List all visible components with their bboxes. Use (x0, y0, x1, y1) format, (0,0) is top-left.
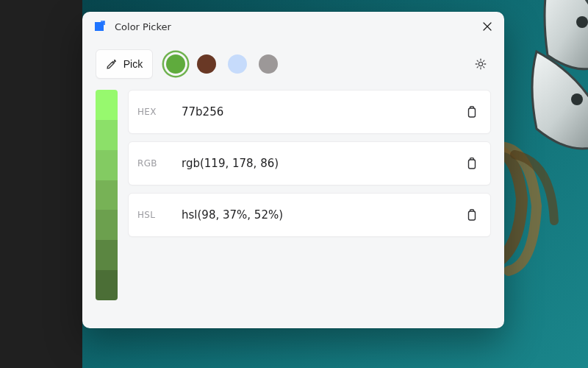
format-value: hsl(98, 37%, 52%) (182, 208, 461, 222)
copy-icon (465, 208, 477, 222)
shade-segment[interactable] (96, 240, 118, 270)
copy-button[interactable] (461, 102, 481, 122)
format-value: rgb(119, 178, 86) (182, 157, 461, 170)
svg-rect-4 (469, 108, 476, 117)
taskbar (0, 0, 82, 368)
format-label: RGB (137, 158, 182, 169)
copy-icon (465, 157, 477, 170)
titlebar[interactable]: Color Picker (82, 12, 504, 41)
history-swatch[interactable] (228, 54, 247, 74)
color-picker-window: Color Picker Pick (82, 12, 504, 328)
copy-button[interactable] (461, 205, 481, 225)
shade-segment[interactable] (96, 150, 118, 180)
history-swatch[interactable] (259, 54, 278, 74)
copy-icon (465, 105, 477, 118)
format-value: 77b256 (182, 105, 461, 118)
shade-segment[interactable] (96, 270, 118, 300)
format-row-hex: HEX 77b256 (128, 90, 491, 134)
format-label: HEX (137, 107, 182, 117)
gear-icon (474, 57, 487, 71)
color-history (166, 54, 278, 74)
color-formats: HEX 77b256 RGB rgb(119, 178, 86) HSL hsl… (128, 90, 491, 315)
command-row: Pick (82, 41, 504, 87)
shade-strip[interactable] (96, 90, 118, 300)
copy-button[interactable] (461, 153, 481, 174)
app-icon (93, 20, 106, 33)
window-title: Color Picker (115, 21, 171, 32)
close-icon (483, 22, 492, 31)
eyedropper-icon (106, 58, 118, 70)
svg-point-3 (478, 62, 482, 66)
shade-segment[interactable] (96, 180, 118, 210)
svg-rect-6 (469, 211, 476, 220)
content-area: HEX 77b256 RGB rgb(119, 178, 86) HSL hsl… (82, 87, 504, 328)
shade-segment[interactable] (96, 210, 118, 240)
history-swatch[interactable] (166, 54, 185, 74)
history-swatch[interactable] (197, 54, 216, 74)
format-row-rgb: RGB rgb(119, 178, 86) (128, 141, 491, 185)
format-row-hsl: HSL hsl(98, 37%, 52%) (128, 193, 491, 237)
pick-button-label: Pick (123, 58, 143, 70)
shade-segment[interactable] (96, 90, 118, 120)
shade-segment[interactable] (96, 120, 118, 150)
settings-button[interactable] (470, 54, 491, 74)
pick-button[interactable]: Pick (96, 49, 153, 79)
close-button[interactable] (470, 12, 504, 41)
svg-rect-5 (469, 160, 476, 169)
format-label: HSL (137, 210, 182, 220)
